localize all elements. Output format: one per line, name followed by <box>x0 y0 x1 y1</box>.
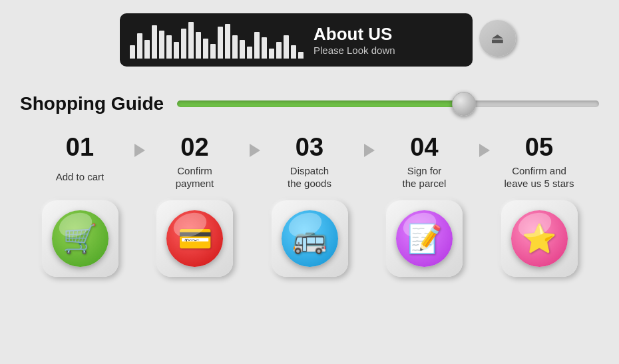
steps-row: 01 Add to cart 🛒 02 Confirmpayment 💳 03 <box>20 134 599 277</box>
slider-thumb[interactable] <box>452 92 476 116</box>
step-3-label: Dispatchthe goods <box>288 164 331 190</box>
step-2: 02 Confirmpayment 💳 <box>142 134 248 277</box>
step-5: 05 Confirm andleave us 5 stars ⭐ <box>486 134 592 277</box>
star-icon: ⭐ <box>511 210 568 267</box>
step-3-button[interactable]: 🚌 <box>272 200 348 277</box>
step-4-number: 04 <box>410 134 438 160</box>
equalizer-graphic <box>130 22 304 59</box>
progress-slider[interactable] <box>177 97 599 110</box>
step-2-button[interactable]: 💳 <box>156 200 233 277</box>
truck-icon: 🚌 <box>282 210 338 267</box>
step-1-label: Add to cart <box>56 164 104 190</box>
sign-icon: 📝 <box>396 210 453 267</box>
header-banner: About US Please Look down <box>120 13 473 67</box>
step-4: 04 Sign forthe parcel 📝 <box>371 134 478 277</box>
step-1: 01 Add to cart 🛒 <box>27 134 133 277</box>
step-5-number: 05 <box>525 134 553 160</box>
step-4-label: Sign forthe parcel <box>403 164 447 190</box>
slider-track <box>177 100 599 107</box>
step-5-label: Confirm andleave us 5 stars <box>504 164 574 190</box>
header-text: About US Please Look down <box>313 24 395 56</box>
step-1-number: 01 <box>66 134 94 160</box>
step-2-number: 02 <box>180 134 208 160</box>
header-title: About US <box>313 24 395 45</box>
step-2-label: Confirmpayment <box>176 164 214 190</box>
step-3: 03 Dispatchthe goods 🚌 <box>256 134 363 277</box>
step-5-button[interactable]: ⭐ <box>501 200 578 277</box>
step-4-button[interactable]: 📝 <box>386 200 463 277</box>
cart-icon: 🛒 <box>52 210 108 267</box>
guide-title: Shopping Guide <box>20 93 164 114</box>
eject-button[interactable] <box>479 20 516 57</box>
header-subtitle: Please Look down <box>313 45 395 56</box>
shopping-guide-section: Shopping Guide 01 Add to cart 🛒 02 Confi… <box>20 93 599 277</box>
payment-icon: 💳 <box>166 210 223 267</box>
step-1-button[interactable]: 🛒 <box>42 200 118 277</box>
step-3-number: 03 <box>296 134 323 160</box>
guide-header: Shopping Guide <box>20 93 599 114</box>
